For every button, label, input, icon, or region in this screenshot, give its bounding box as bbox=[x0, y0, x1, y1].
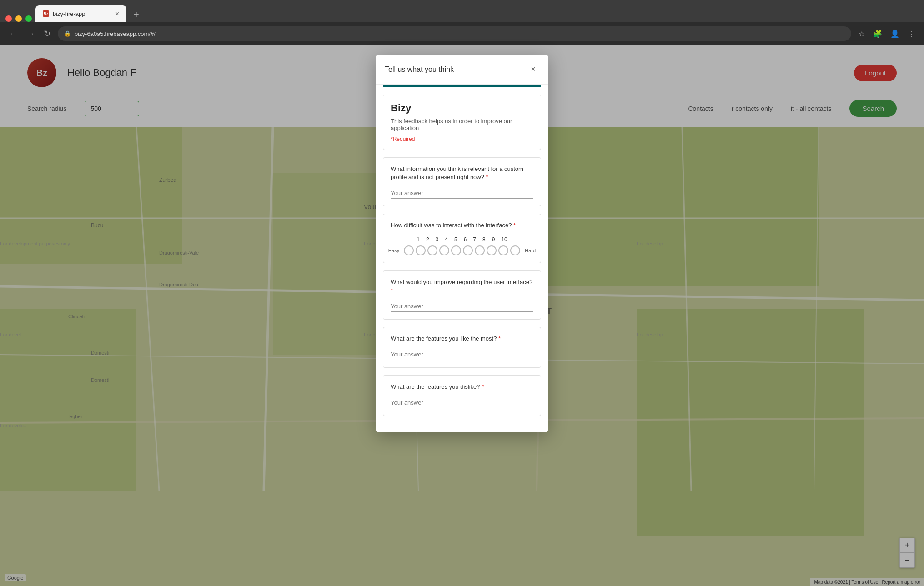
rating-circle-1[interactable] bbox=[404, 245, 414, 255]
rating-circle-4[interactable] bbox=[439, 245, 449, 255]
question-section-3: What would you improve regarding the use… bbox=[383, 270, 541, 320]
question-label-3: What would you improve regarding the use… bbox=[391, 278, 533, 295]
browser-tab-active[interactable]: Bz bizy-fire-app × bbox=[35, 5, 126, 22]
tab-close-button[interactable]: × bbox=[116, 10, 119, 17]
url-text: bizy-6a0a5.firebaseapp.com/#/ bbox=[75, 30, 156, 37]
extension-icon[interactable]: 🧩 bbox=[871, 28, 884, 40]
question-section-2: How difficult was to interact with the i… bbox=[383, 214, 541, 263]
address-bar[interactable]: 🔒 bizy-6a0a5.firebaseapp.com/#/ bbox=[58, 26, 851, 41]
tab-bar: Bz bizy-fire-app × + bbox=[0, 0, 924, 22]
rating-circle-2[interactable] bbox=[416, 245, 426, 255]
modal-overlay: Tell us what you think × Bizy This feedb… bbox=[0, 45, 924, 586]
question-label-1: What information you think is relevant f… bbox=[391, 165, 533, 181]
bookmark-icon[interactable]: ☆ bbox=[857, 28, 867, 40]
rating-circle-9[interactable] bbox=[498, 245, 508, 255]
minimize-window-button[interactable] bbox=[15, 15, 22, 22]
rating-numbers: 1 2 3 4 5 6 7 8 9 10 bbox=[391, 236, 533, 243]
question-label-5: What are the features you dislike? * bbox=[391, 383, 533, 391]
forward-button[interactable]: → bbox=[25, 27, 36, 40]
brand-section: Bizy This feedback helps us in order to … bbox=[383, 95, 541, 150]
question-section-5: What are the features you dislike? * bbox=[383, 375, 541, 416]
feedback-modal: Tell us what you think × Bizy This feedb… bbox=[376, 55, 548, 432]
toolbar-actions: ☆ 🧩 👤 ⋮ bbox=[857, 28, 917, 40]
brand-description: This feedback helps us in order to impro… bbox=[391, 118, 533, 131]
new-tab-button[interactable]: + bbox=[130, 8, 143, 22]
easy-label: Easy bbox=[388, 248, 399, 253]
rating-circle-3[interactable] bbox=[427, 245, 437, 255]
rating-circle-8[interactable] bbox=[487, 245, 497, 255]
answer-input-1[interactable] bbox=[391, 188, 533, 199]
tab-title: bizy-fire-app bbox=[53, 10, 85, 17]
traffic-lights bbox=[5, 15, 32, 22]
modal-title: Tell us what you think bbox=[385, 65, 454, 74]
lock-icon: 🔒 bbox=[64, 30, 71, 37]
rating-circle-10[interactable] bbox=[510, 245, 520, 255]
rating-circles: Easy Hard bbox=[391, 245, 533, 255]
question-label-2: How difficult was to interact with the i… bbox=[391, 221, 533, 230]
reload-button[interactable]: ↻ bbox=[42, 27, 52, 40]
menu-icon[interactable]: ⋮ bbox=[906, 28, 917, 40]
back-button[interactable]: ← bbox=[7, 27, 19, 40]
required-note: *Required bbox=[391, 136, 533, 142]
answer-input-5[interactable] bbox=[391, 397, 533, 408]
rating-circle-5[interactable] bbox=[451, 245, 461, 255]
browser-toolbar: ← → ↻ 🔒 bizy-6a0a5.firebaseapp.com/#/ ☆ … bbox=[0, 22, 924, 45]
modal-close-button[interactable]: × bbox=[527, 63, 539, 76]
question-label-4: What are the features you like the most?… bbox=[391, 335, 533, 343]
brand-name: Bizy bbox=[391, 102, 533, 114]
profile-icon[interactable]: 👤 bbox=[889, 28, 901, 40]
modal-body: Bizy This feedback helps us in order to … bbox=[376, 85, 548, 432]
answer-input-4[interactable] bbox=[391, 349, 533, 360]
brand-color-bar bbox=[383, 85, 541, 87]
fullscreen-window-button[interactable] bbox=[25, 15, 32, 22]
hard-label: Hard bbox=[525, 248, 536, 253]
question-section-4: What are the features you like the most?… bbox=[383, 327, 541, 368]
rating-circle-6[interactable] bbox=[463, 245, 473, 255]
answer-input-3[interactable] bbox=[391, 301, 533, 312]
question-section-1: What information you think is relevant f… bbox=[383, 157, 541, 206]
browser-chrome: Bz bizy-fire-app × + ← → ↻ 🔒 bizy-6a0a5.… bbox=[0, 0, 924, 45]
rating-circle-7[interactable] bbox=[475, 245, 485, 255]
rating-scale: 1 2 3 4 5 6 7 8 9 10 Easy bbox=[391, 236, 533, 255]
page-wrapper: Bz Hello Bogdan F Share data Logout Sear… bbox=[0, 45, 924, 586]
close-window-button[interactable] bbox=[5, 15, 12, 22]
tab-favicon: Bz bbox=[43, 10, 49, 17]
modal-header: Tell us what you think × bbox=[376, 55, 548, 85]
